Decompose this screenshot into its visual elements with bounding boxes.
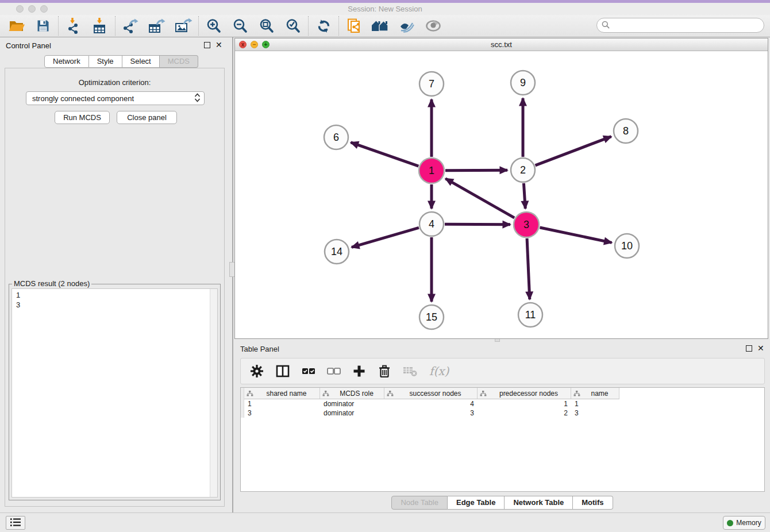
window-controls[interactable] (16, 5, 48, 13)
refresh-icon[interactable] (313, 16, 334, 36)
mcds-result-text[interactable]: 13 (11, 288, 218, 498)
attr-icon (573, 390, 580, 397)
graph-edge-3-10[interactable] (540, 228, 611, 242)
gear-icon[interactable] (250, 363, 264, 379)
mac-zoom-button[interactable] (40, 5, 48, 13)
float-icon[interactable] (204, 42, 210, 48)
graph-edge-1-6[interactable] (351, 142, 418, 166)
hide-graphics-icon[interactable] (396, 16, 418, 36)
graph-node-2[interactable]: 2 (511, 158, 535, 182)
graph-node-15[interactable]: 15 (419, 305, 444, 329)
tab-mcds[interactable]: MCDS (160, 55, 198, 68)
tab-network-table[interactable]: Network Table (505, 496, 573, 510)
attr-icon (247, 390, 253, 397)
cell-name[interactable]: 1 (571, 400, 619, 408)
tab-select[interactable]: Select (122, 55, 160, 68)
float-icon[interactable] (746, 345, 752, 352)
graph-node-3[interactable]: 3 (514, 212, 539, 237)
graph-edge-3-1[interactable] (445, 179, 514, 218)
memory-button[interactable]: Memory (723, 516, 765, 530)
zoom-in-icon[interactable] (203, 16, 225, 36)
cell-predecessor-nodes[interactable]: 1 (478, 400, 571, 408)
tab-network[interactable]: Network (44, 55, 89, 68)
close-icon[interactable]: ✕ (215, 42, 222, 48)
zoom-fit-icon[interactable] (256, 16, 278, 36)
net-close-button[interactable]: x (239, 41, 247, 48)
table-row[interactable]: 3dominator323 (241, 408, 764, 418)
column-header-MCDS-role[interactable]: MCDS role (320, 388, 384, 399)
panel-menu-button[interactable] (6, 516, 25, 530)
delete-row-icon[interactable] (378, 363, 391, 379)
run-mcds-button[interactable]: Run MCDS (55, 111, 110, 124)
select-all-icon[interactable] (302, 363, 315, 379)
clone-network-icon[interactable] (343, 16, 365, 36)
mac-minimize-button[interactable] (28, 5, 36, 13)
deselect-all-icon[interactable] (327, 363, 341, 379)
split-columns-icon[interactable] (275, 363, 290, 379)
table-header: shared nameMCDS rolesuccessor nodesprede… (241, 388, 764, 399)
mac-close-button[interactable] (16, 5, 24, 13)
tab-edge-table[interactable]: Edge Table (448, 496, 505, 510)
graph-node-7[interactable]: 7 (419, 72, 444, 96)
tab-style[interactable]: Style (89, 55, 122, 68)
cell-shared-name[interactable]: 1 (244, 400, 320, 408)
search-icon (602, 21, 610, 30)
scrollbar[interactable] (210, 289, 217, 497)
graph-edge-2-3[interactable] (523, 183, 525, 209)
graph-node-10[interactable]: 10 (615, 234, 639, 258)
add-row-icon[interactable] (352, 363, 366, 379)
column-label: MCDS role (329, 390, 384, 398)
import-table-icon[interactable] (89, 16, 111, 36)
svg-text:6: 6 (333, 132, 339, 143)
graph-edge-1-2[interactable] (445, 170, 507, 171)
table-row[interactable]: 1dominator411 (241, 399, 764, 408)
column-header-predecessor-nodes[interactable]: predecessor nodes (478, 388, 571, 399)
open-folder-icon[interactable] (6, 16, 28, 36)
cell-shared-name[interactable]: 3 (244, 409, 320, 417)
home-icon[interactable] (369, 16, 391, 36)
cell-name[interactable]: 3 (571, 409, 619, 417)
net-zoom-button[interactable]: + (262, 41, 270, 48)
export-table-icon[interactable] (146, 16, 168, 36)
graph-node-14[interactable]: 14 (325, 240, 349, 264)
graph-node-6[interactable]: 6 (324, 125, 348, 149)
network-window-titlebar[interactable]: x–+ scc.txt (235, 38, 768, 51)
close-panel-button[interactable]: Close panel (117, 111, 177, 124)
export-image-icon[interactable] (172, 16, 194, 36)
column-header-successor-nodes[interactable]: successor nodes (384, 388, 478, 399)
cell-MCDS-role[interactable]: dominator (320, 409, 384, 417)
zoom-out-icon[interactable] (229, 16, 251, 36)
graph-edge-3-11[interactable] (527, 238, 530, 299)
table-panel-title: Table Panel (240, 345, 279, 353)
tab-node-table[interactable]: Node Table (391, 496, 448, 510)
import-network-icon[interactable] (63, 16, 84, 36)
column-header-name[interactable]: name (571, 388, 619, 399)
status-bar: Memory (0, 512, 770, 532)
cell-successor-nodes[interactable]: 4 (384, 400, 478, 408)
optimization-criterion-select[interactable]: strongly connected component (26, 91, 205, 105)
close-icon[interactable]: ✕ (757, 345, 764, 352)
search-input[interactable] (596, 18, 764, 33)
graph-edge-4-3[interactable] (445, 224, 510, 225)
mcds-panel: Optimization criterion: strongly connect… (5, 68, 225, 507)
network-canvas[interactable]: 7968124314101511 (235, 51, 768, 338)
cell-successor-nodes[interactable]: 3 (384, 409, 478, 417)
graph-node-9[interactable]: 9 (511, 71, 535, 95)
cell-MCDS-role[interactable]: dominator (320, 400, 384, 408)
selected-option: strongly connected component (32, 94, 194, 103)
toolbar-separator (338, 16, 339, 36)
graph-edge-4-14[interactable] (352, 228, 419, 247)
graph-node-1[interactable]: 1 (419, 158, 444, 183)
zoom-selected-icon[interactable] (282, 16, 304, 36)
graph-node-4[interactable]: 4 (419, 212, 444, 236)
cell-predecessor-nodes[interactable]: 2 (478, 409, 571, 417)
export-network-icon[interactable] (120, 16, 141, 36)
graph-node-8[interactable]: 8 (614, 119, 638, 143)
graph-edge-2-8[interactable] (536, 137, 611, 165)
tab-motifs[interactable]: Motifs (573, 496, 613, 510)
graph-node-11[interactable]: 11 (518, 303, 542, 327)
save-icon[interactable] (32, 16, 54, 36)
net-minimize-button[interactable]: – (251, 41, 258, 48)
column-header-shared-name[interactable]: shared name (244, 388, 320, 399)
show-eye-icon[interactable] (422, 16, 444, 36)
